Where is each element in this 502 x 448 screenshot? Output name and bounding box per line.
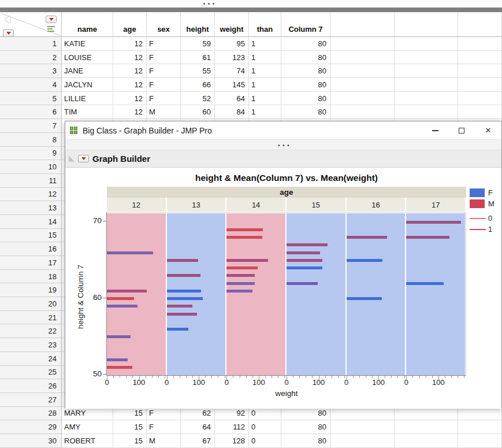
table-cell[interactable]: 12	[113, 51, 147, 65]
table-cell[interactable]: KATIE	[62, 37, 113, 51]
bar-age16-h65[interactable]	[347, 259, 382, 262]
table-cell[interactable]	[395, 420, 458, 434]
rows-menu-button[interactable]	[3, 29, 14, 37]
bar-age14-h62[interactable]	[226, 282, 255, 285]
bar-age13-h63[interactable]	[167, 274, 200, 277]
row-number-cell[interactable]: 8	[0, 133, 62, 147]
table-cell[interactable]: 67	[181, 434, 215, 448]
toolbar-ellipsis[interactable]	[278, 145, 289, 146]
table-cell[interactable]: 0	[249, 407, 281, 421]
plot-area[interactable]	[107, 212, 466, 375]
columns-menu-button[interactable]	[46, 16, 57, 23]
row-number-cell[interactable]: 29	[0, 420, 62, 434]
table-cell[interactable]	[330, 105, 395, 119]
table-cell[interactable]: 12	[113, 78, 147, 92]
bar-age15-h64[interactable]	[287, 266, 322, 269]
table-cell[interactable]: F	[147, 51, 181, 65]
bar-age14-h61[interactable]	[226, 290, 252, 293]
table-cell[interactable]	[458, 434, 502, 448]
table-cell[interactable]: 60	[181, 105, 215, 119]
column-header-sex[interactable]: sex	[147, 12, 181, 37]
table-cell[interactable]: 84	[215, 105, 249, 119]
columns-list-icon[interactable]	[47, 26, 55, 33]
bar-age12-h51[interactable]	[107, 366, 132, 369]
table-cell[interactable]: M	[147, 434, 181, 448]
table-cell[interactable]: 1	[249, 105, 281, 119]
table-cell[interactable]: 80	[281, 105, 330, 119]
table-cell[interactable]: 55	[181, 64, 215, 78]
bar-age15-h65[interactable]	[287, 259, 322, 262]
collapse-panel-icon[interactable]	[5, 16, 10, 23]
panel-label-age-15[interactable]: 15	[287, 198, 345, 212]
bar-age16-h68[interactable]	[347, 236, 387, 239]
table-cell[interactable]: 59	[181, 37, 215, 51]
row-number-cell[interactable]: 28	[0, 407, 62, 421]
bar-age13-h56[interactable]	[167, 328, 188, 331]
bar-age15-h66[interactable]	[287, 251, 320, 254]
y-axis-title[interactable]: height & Column 7	[76, 222, 85, 372]
row-number-cell[interactable]: 22	[0, 324, 62, 338]
table-cell[interactable]	[395, 407, 458, 421]
table-cell[interactable]: JACLYN	[62, 78, 113, 92]
table-cell[interactable]: 80	[281, 78, 330, 92]
row-number-cell[interactable]: 25	[0, 366, 62, 380]
table-cell[interactable]	[395, 64, 458, 78]
table-cell[interactable]	[330, 78, 395, 92]
table-cell[interactable]: 52	[181, 92, 215, 106]
table-cell[interactable]: 1	[249, 78, 281, 92]
row-number-cell[interactable]: 13	[0, 201, 62, 215]
table-cell[interactable]: 1	[249, 64, 281, 78]
table-cell[interactable]: 95	[215, 37, 249, 51]
table-cell[interactable]	[395, 51, 458, 65]
table-cell[interactable]: 80	[281, 92, 330, 106]
row-number-cell[interactable]: 24	[0, 352, 62, 366]
table-cell[interactable]	[458, 64, 502, 78]
table-cell[interactable]: LOUISE	[62, 51, 113, 65]
table-cell[interactable]: ROBERT	[62, 434, 113, 448]
panel-label-age-14[interactable]: 14	[226, 198, 285, 212]
table-cell[interactable]: F	[147, 407, 181, 421]
bar-age16-h60[interactable]	[347, 297, 382, 300]
table-cell[interactable]	[330, 407, 395, 421]
bar-age13-h65[interactable]	[167, 259, 198, 262]
table-cell[interactable]: 80	[281, 64, 330, 78]
table-cell[interactable]: 61	[181, 51, 215, 65]
bar-age14-h69[interactable]	[226, 228, 263, 231]
column-header-than[interactable]: than	[249, 12, 281, 37]
table-cell[interactable]: 112	[215, 420, 249, 434]
table-cell[interactable]	[330, 92, 395, 106]
row-number-cell[interactable]: 20	[0, 297, 62, 311]
close-button[interactable]: ✕	[475, 121, 501, 139]
table-cell[interactable]: 0	[249, 434, 281, 448]
bar-age13-h61[interactable]	[167, 290, 201, 293]
table-cell[interactable]: LILLIE	[62, 92, 113, 106]
row-number-cell[interactable]: 3	[0, 64, 62, 78]
table-cell[interactable]: JANE	[62, 64, 113, 78]
table-cell[interactable]	[395, 105, 458, 119]
bar-age12-h59[interactable]	[107, 305, 137, 308]
table-cell[interactable]: 80	[281, 37, 330, 51]
bar-age12-h52[interactable]	[107, 358, 128, 361]
table-cell[interactable]	[395, 434, 458, 448]
table-cell[interactable]: 64	[215, 92, 249, 106]
bar-age15-h67[interactable]	[287, 243, 328, 246]
row-number-cell[interactable]: 19	[0, 283, 62, 297]
row-number-cell[interactable]: 14	[0, 215, 62, 229]
row-number-cell[interactable]: 9	[0, 147, 62, 161]
table-cell[interactable]	[458, 37, 502, 51]
column-header-empty-8[interactable]	[395, 12, 458, 37]
table-window-ellipsis[interactable]	[203, 3, 214, 5]
row-number-cell[interactable]: 30	[0, 434, 62, 448]
bar-age17-h68[interactable]	[406, 236, 449, 239]
table-cell[interactable]: 15	[113, 434, 147, 448]
table-cell[interactable]	[395, 37, 458, 51]
table-cell[interactable]: 12	[113, 92, 147, 106]
table-cell[interactable]: MARY	[62, 407, 113, 421]
row-number-cell[interactable]: 11	[0, 174, 62, 188]
table-cell[interactable]: 1	[249, 51, 281, 65]
table-cell[interactable]: 12	[113, 37, 147, 51]
row-number-cell[interactable]: 21	[0, 311, 62, 325]
table-cell[interactable]: 123	[215, 51, 249, 65]
panel-label-age-16[interactable]: 16	[347, 198, 406, 212]
legend-item-0[interactable]: 0	[470, 214, 492, 223]
